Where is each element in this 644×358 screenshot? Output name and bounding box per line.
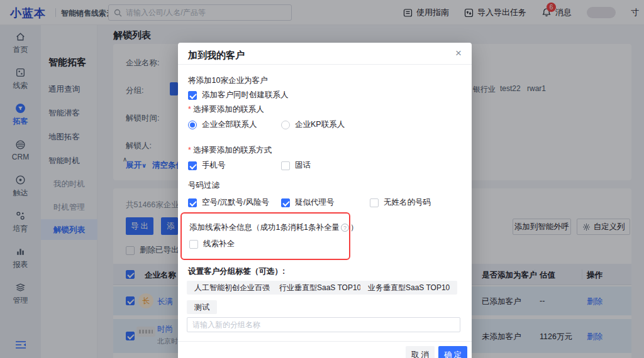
filter-empty-checkbox[interactable]	[188, 198, 197, 207]
modal-footer-divider	[178, 341, 472, 342]
supplement-checkbox[interactable]	[189, 240, 198, 249]
mobile-row: 手机号	[188, 160, 226, 171]
new-group-name-input[interactable]	[187, 317, 460, 332]
radio-unselected-icon[interactable]	[281, 121, 290, 129]
group-tag[interactable]: 业务垂直型SaaS TOP10	[360, 281, 457, 295]
modal-header-divider	[178, 64, 472, 65]
close-icon[interactable]: ×	[455, 48, 462, 58]
mobile-checkbox[interactable]	[188, 161, 197, 170]
add-to-customers-modal: 加到我的客户 × 将添加10家企业为客户 添加客户同时创建联系人 选择要添加的联…	[178, 43, 472, 358]
filter-proxy-checkbox[interactable]	[281, 198, 290, 207]
filter-empty-row: 空号/沉默号/风险号	[188, 197, 269, 208]
radio-kp-contacts[interactable]: 企业KP联系人	[281, 119, 345, 130]
modal-title: 加到我的客户	[188, 50, 245, 62]
filter-noname-row: 无姓名的号码	[370, 197, 431, 208]
group-tag[interactable]: 行业垂直型SaaS TOP10	[272, 281, 369, 295]
help-icon[interactable]: ?	[341, 224, 349, 232]
modal-intro: 将添加10家企业为客户	[188, 75, 267, 86]
group-tag[interactable]: 人工智能初创企业百强	[187, 281, 277, 295]
supplement-row: 线索补全	[189, 239, 235, 249]
group-tags-label: 设置客户分组标签（可选）:	[188, 266, 285, 277]
supplement-highlight-box: 添加线索补全信息（成功1条消耗1条补全量 ? ） 线索补全	[180, 212, 350, 260]
create-contacts-checkbox[interactable]	[188, 91, 197, 100]
create-contacts-row: 添加客户同时创建联系人	[188, 90, 289, 100]
group-tag[interactable]: 测试	[187, 300, 217, 314]
number-filter-label: 号码过滤	[188, 180, 219, 191]
radio-selected-icon[interactable]	[188, 121, 197, 129]
filter-noname-checkbox[interactable]	[370, 198, 379, 207]
contacts-required-label: 选择要添加的联系人	[188, 104, 264, 115]
landline-row: 固话	[281, 160, 311, 171]
supplement-label-row: 添加线索补全信息（成功1条消耗1条补全量 ? ）	[189, 222, 358, 233]
radio-all-contacts[interactable]: 企业全部联系人	[188, 119, 257, 130]
methods-required-label: 选择要添加的联系方式	[188, 145, 272, 156]
landline-checkbox[interactable]	[281, 161, 290, 170]
confirm-button[interactable]: 确定	[438, 346, 467, 358]
app-root: 小蓝本 智能销售线索云 使用指南 导入导出任务	[0, 0, 644, 358]
filter-proxy-row: 疑似代理号	[281, 197, 335, 208]
cancel-button[interactable]: 取消	[406, 346, 435, 358]
